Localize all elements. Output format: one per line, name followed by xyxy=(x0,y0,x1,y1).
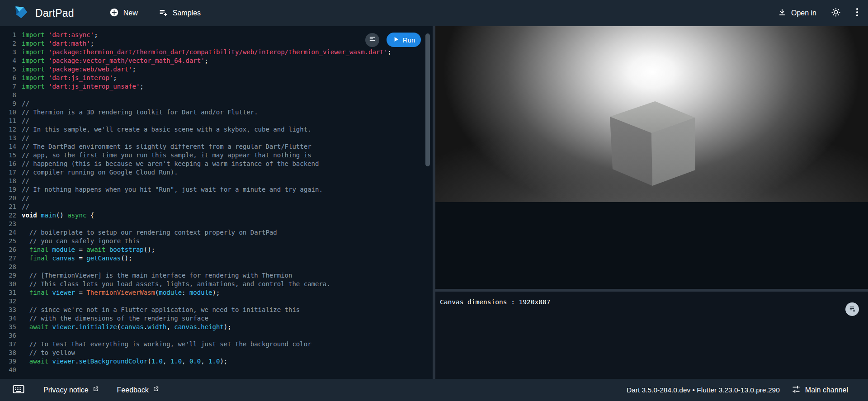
line-number: 31 xyxy=(0,288,16,297)
console-text: Canvas dimensions : 868x401 xyxy=(440,298,863,306)
code-line: 36 xyxy=(0,331,433,340)
code-token: 'package:web/web.dart' xyxy=(48,66,132,73)
line-number: 27 xyxy=(0,254,16,263)
code-token: void xyxy=(22,212,41,219)
code-token: // Thermion is a 3D rendering toolkit fo… xyxy=(22,109,258,116)
plus-circle-icon xyxy=(109,8,119,19)
line-number: 23 xyxy=(0,220,16,228)
code-line: 11// xyxy=(0,117,433,125)
theme-toggle-button[interactable] xyxy=(831,7,841,19)
code-line: 16// happening (this is because we aren'… xyxy=(0,160,433,168)
code-token: , xyxy=(163,358,170,365)
line-number: 25 xyxy=(0,237,16,245)
code-token: 1.0 xyxy=(151,358,163,365)
format-button[interactable] xyxy=(365,33,379,47)
channel-selector[interactable]: Main channel xyxy=(792,385,848,396)
code-token: ; xyxy=(140,83,143,90)
line-number: 33 xyxy=(0,306,16,314)
code-token: 1.0 xyxy=(170,358,182,365)
line-number: 34 xyxy=(0,314,16,323)
clear-console-button[interactable] xyxy=(845,302,859,316)
code-line: 37 // to test that everything is working… xyxy=(0,340,433,349)
line-number: 14 xyxy=(0,142,16,151)
status-right: Dart 3.5.0-284.0.dev • Flutter 3.23.0-13… xyxy=(627,385,848,396)
code-line: 29 // [ThermionViewer] is the main inter… xyxy=(0,271,433,280)
code-token: () xyxy=(56,212,67,219)
code-token: import xyxy=(22,31,48,38)
new-button[interactable]: New xyxy=(109,8,138,19)
play-icon xyxy=(392,36,400,44)
code-token: main xyxy=(41,212,56,219)
code-token: // to test that everything is working, w… xyxy=(22,340,311,348)
code-token: ); xyxy=(220,358,227,365)
code-token: // [ThermionViewer] is the main interfac… xyxy=(22,272,292,279)
code-token: ; xyxy=(132,66,136,73)
code-token: 'dart:math' xyxy=(48,40,90,47)
line-number: 20 xyxy=(0,194,16,203)
code-token: = xyxy=(75,289,86,296)
code-token: module xyxy=(159,289,182,296)
header-right: Open in xyxy=(778,7,859,19)
code-token: = xyxy=(75,255,86,262)
privacy-notice-link[interactable]: Privacy notice xyxy=(43,386,99,394)
code-line: 19// If nothing happens when you hit "Ru… xyxy=(0,185,433,194)
code-token: import xyxy=(22,74,48,81)
line-number: 30 xyxy=(0,280,16,288)
code-token: final xyxy=(29,255,48,262)
code-token: width xyxy=(147,323,166,330)
output-panel: Canvas dimensions : 868x401 xyxy=(435,26,868,379)
code-token: // compiler running on Google Cloud Run)… xyxy=(22,169,178,176)
brand[interactable]: DartPad xyxy=(14,5,74,22)
code-line: 23 xyxy=(0,220,433,228)
run-button[interactable]: Run xyxy=(387,33,421,47)
open-in-label: Open in xyxy=(791,9,816,17)
code-token: getCanvas xyxy=(86,255,121,262)
code-token: module xyxy=(189,289,212,296)
code-editor[interactable]: 1import 'dart:async';2import 'dart:math'… xyxy=(0,26,433,379)
code-line: 4import 'package:vector_math/vector_math… xyxy=(0,57,433,65)
code-token: canvas xyxy=(121,323,144,330)
editor-scrollbar[interactable] xyxy=(425,33,430,166)
line-number: 12 xyxy=(0,125,16,134)
code-token: // xyxy=(22,117,29,124)
open-in-button[interactable]: Open in xyxy=(778,8,816,19)
line-number: 8 xyxy=(0,91,16,99)
code-token: final xyxy=(29,246,48,253)
code-token: 'dart:js_interop' xyxy=(48,74,113,81)
code-lines: 1import 'dart:async';2import 'dart:math'… xyxy=(0,31,433,374)
code-line: 38 // to yellow xyxy=(0,349,433,357)
line-number: 16 xyxy=(0,160,16,168)
code-line: 3import 'package:thermion_dart/thermion_… xyxy=(0,48,433,57)
code-token: // to yellow xyxy=(22,349,75,356)
new-label: New xyxy=(123,9,138,17)
code-token: . xyxy=(197,323,201,330)
code-line: 26 final module = await bootstrap(); xyxy=(0,245,433,254)
code-line: 13// xyxy=(0,134,433,142)
code-line: 5import 'package:web/web.dart'; xyxy=(0,65,433,74)
code-line: 22void main() async { xyxy=(0,211,433,220)
keyboard-shortcuts-button[interactable] xyxy=(13,385,24,396)
code-token xyxy=(22,255,29,262)
samples-button[interactable]: Samples xyxy=(159,8,201,19)
code-token: // In this sample, we'll create a basic … xyxy=(22,126,311,133)
code-line: 31 final viewer = ThermionViewerWasm(mod… xyxy=(0,288,433,297)
code-line: 30 // This class lets you load assets, l… xyxy=(0,280,433,288)
code-line: 6import 'dart:js_interop'; xyxy=(0,74,433,82)
code-line: 32 xyxy=(0,297,433,306)
line-number: 13 xyxy=(0,134,16,142)
keyboard-icon xyxy=(13,385,24,396)
line-number: 6 xyxy=(0,74,16,82)
code-token: // with the dimensions of the rendering … xyxy=(22,315,208,322)
code-token: , xyxy=(166,323,174,330)
code-token: 'package:thermion_dart/thermion_dart/com… xyxy=(48,48,387,56)
feedback-link[interactable]: Feedback xyxy=(117,386,159,394)
line-number: 7 xyxy=(0,82,16,91)
line-number: 38 xyxy=(0,349,16,357)
render-viewport[interactable] xyxy=(435,26,868,202)
code-token: 1.0 xyxy=(208,358,220,365)
code-line: 10// Thermion is a 3D rendering toolkit … xyxy=(0,108,433,117)
overflow-menu-button[interactable] xyxy=(855,7,859,19)
code-token: ); xyxy=(224,323,231,330)
code-line: 34 // with the dimensions of the renderi… xyxy=(0,314,433,323)
code-token: await xyxy=(29,358,48,365)
